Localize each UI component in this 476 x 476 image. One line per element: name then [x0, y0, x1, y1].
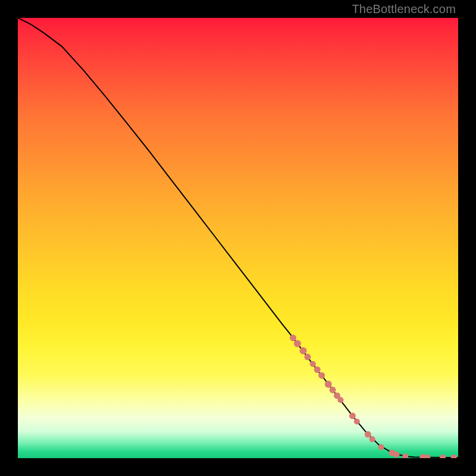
highlight-marker: [451, 455, 457, 458]
highlight-marker: [365, 431, 371, 438]
highlight-marker: [310, 361, 316, 367]
highlight-markers-group: [290, 334, 457, 458]
highlight-marker: [424, 455, 430, 458]
highlight-marker: [402, 453, 408, 458]
highlight-marker: [440, 455, 446, 458]
highlight-marker: [314, 367, 321, 373]
highlight-marker: [318, 372, 325, 378]
highlight-marker: [325, 381, 332, 388]
highlight-marker: [349, 412, 356, 419]
highlight-marker: [290, 334, 296, 341]
highlight-marker: [330, 387, 336, 393]
highlight-marker: [378, 444, 384, 450]
chart-stage: TheBottleneck.com: [0, 0, 476, 476]
watermark-text: TheBottleneck.com: [352, 2, 456, 16]
chart-plot-area: [18, 18, 458, 458]
highlight-marker: [393, 452, 399, 458]
highlight-marker: [300, 347, 307, 354]
highlight-marker: [304, 353, 311, 360]
highlight-marker: [369, 436, 375, 442]
curve-line: [18, 18, 458, 458]
highlight-marker: [354, 419, 360, 425]
highlight-marker: [337, 397, 343, 403]
highlight-marker: [294, 340, 301, 347]
chart-svg-layer: [18, 18, 458, 458]
